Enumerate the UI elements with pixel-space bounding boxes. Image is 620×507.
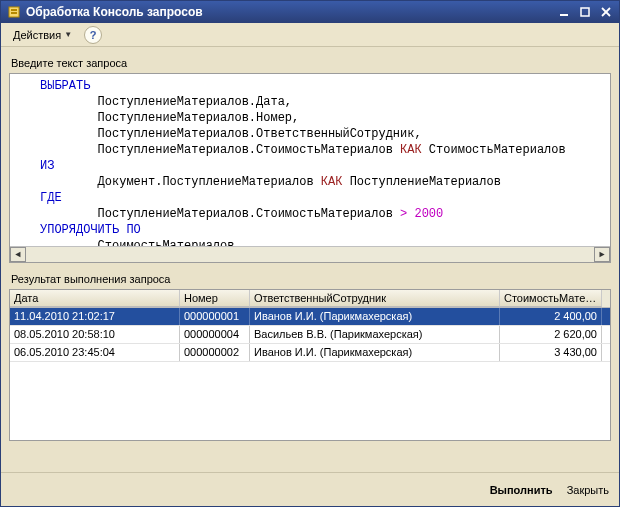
query-editor[interactable]: ВЫБРАТЬ ПоступлениеМатериалов.Дата, Пост… (9, 73, 611, 263)
cell-cost: 2 620,00 (500, 326, 602, 343)
scroll-right-button[interactable]: ► (594, 247, 610, 262)
help-button[interactable]: ? (84, 26, 102, 44)
query-line: ПоступлениеМатериалов.СтоимостьМатериало… (40, 206, 604, 222)
query-prompt-label: Введите текст запроса (9, 55, 611, 73)
chevron-down-icon: ▼ (64, 30, 72, 39)
svg-rect-4 (581, 8, 589, 16)
close-action-button[interactable]: Закрыть (567, 484, 609, 496)
column-header-cost[interactable]: СтоимостьМатериалов (500, 290, 602, 307)
query-line: Документ.ПоступлениеМатериалов КАК Посту… (40, 174, 604, 190)
window-controls (555, 4, 615, 20)
scroll-track[interactable] (26, 247, 594, 262)
result-label: Результат выполнения запроса (9, 271, 611, 289)
column-header-number[interactable]: Номер (180, 290, 250, 307)
scroll-left-button[interactable]: ◄ (10, 247, 26, 262)
maximize-button[interactable] (576, 4, 594, 20)
button-bar: Выполнить Закрыть (1, 472, 619, 506)
column-header-employee[interactable]: ОтветственныйСотрудник (250, 290, 500, 307)
app-icon (7, 5, 21, 19)
execute-button[interactable]: Выполнить (490, 484, 553, 496)
table-body: 11.04.2010 21:02:17000000001Иванов И.И. … (10, 308, 610, 440)
svg-rect-1 (11, 9, 17, 11)
query-line: ПоступлениеМатериалов.ОтветственныйСотру… (40, 126, 604, 142)
cell-employee: Иванов И.И. (Парикмахерская) (250, 308, 500, 325)
cell-date: 08.05.2010 20:58:10 (10, 326, 180, 343)
actions-label: Действия (13, 29, 61, 41)
query-line: ПоступлениеМатериалов.СтоимостьМатериало… (40, 142, 604, 158)
app-window: Обработка Консоль запросов Действия ▼ ? … (0, 0, 620, 507)
cell-date: 11.04.2010 21:02:17 (10, 308, 180, 325)
window-title: Обработка Консоль запросов (26, 5, 555, 19)
query-line: ГДЕ (40, 190, 604, 206)
actions-menu[interactable]: Действия ▼ (7, 27, 78, 43)
svg-rect-3 (560, 14, 568, 16)
minimize-button[interactable] (555, 4, 573, 20)
query-line: УПОРЯДОЧИТЬ ПО (40, 222, 604, 238)
cell-number: 000000001 (180, 308, 250, 325)
cell-date: 06.05.2010 23:45:04 (10, 344, 180, 361)
titlebar[interactable]: Обработка Консоль запросов (1, 1, 619, 23)
query-line: ПоступлениеМатериалов.Дата, (40, 94, 604, 110)
query-line: ИЗ (40, 158, 604, 174)
cell-number: 000000002 (180, 344, 250, 361)
table-header: Дата Номер ОтветственныйСотрудник Стоимо… (10, 290, 610, 308)
close-button[interactable] (597, 4, 615, 20)
cell-cost: 2 400,00 (500, 308, 602, 325)
cell-cost: 3 430,00 (500, 344, 602, 361)
cell-number: 000000004 (180, 326, 250, 343)
table-row[interactable]: 06.05.2010 23:45:04000000002Иванов И.И. … (10, 344, 610, 362)
svg-rect-2 (11, 12, 17, 14)
table-row[interactable]: 08.05.2010 20:58:10000000004Васильев В.В… (10, 326, 610, 344)
query-line: ВЫБРАТЬ (40, 78, 604, 94)
cell-employee: Иванов И.И. (Парикмахерская) (250, 344, 500, 361)
cell-employee: Васильев В.В. (Парикмахерская) (250, 326, 500, 343)
table-row[interactable]: 11.04.2010 21:02:17000000001Иванов И.И. … (10, 308, 610, 326)
result-table[interactable]: Дата Номер ОтветственныйСотрудник Стоимо… (9, 289, 611, 441)
toolbar: Действия ▼ ? (1, 23, 619, 47)
horizontal-scrollbar[interactable]: ◄ ► (10, 246, 610, 262)
query-line: ПоступлениеМатериалов.Номер, (40, 110, 604, 126)
main-panel: Введите текст запроса ВЫБРАТЬ Поступлени… (9, 55, 611, 464)
column-header-date[interactable]: Дата (10, 290, 180, 307)
